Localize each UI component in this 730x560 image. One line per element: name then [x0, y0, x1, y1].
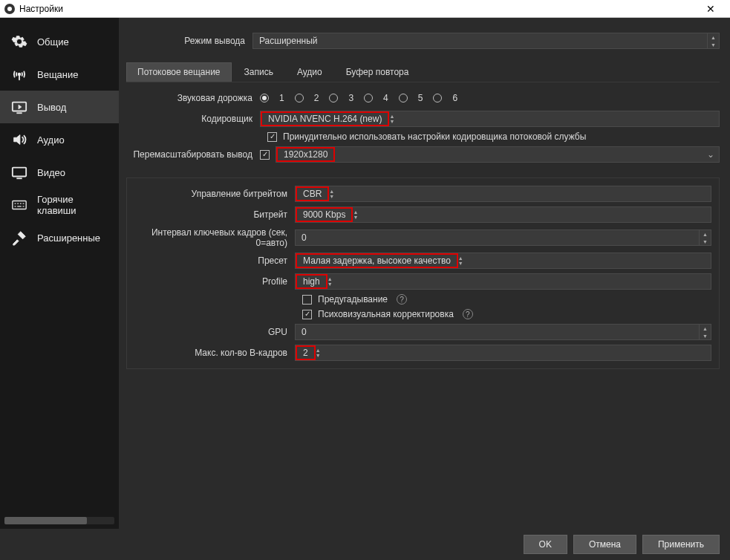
audio-icon	[10, 131, 28, 149]
tools-icon	[10, 229, 28, 247]
bframes-label: Макс. кол-во B-кадров	[131, 348, 295, 358]
audio-track-group: 1 2 3 4 5 6	[260, 93, 720, 103]
bframes-input[interactable]: 2 ▲▼	[295, 345, 711, 361]
rescale-label: Перемасштабировать вывод	[126, 149, 260, 160]
psycho-label: Психовизуальная корректировка	[318, 309, 454, 319]
sidebar-item-label: Видео	[37, 167, 65, 178]
audio-track-2[interactable]	[295, 94, 304, 102]
app-icon	[4, 4, 15, 14]
sidebar-item-output[interactable]: Вывод	[0, 91, 119, 123]
encoder-settings-section: Управление битрейтом CBR ▲▼ Битрейт 9000…	[126, 178, 720, 369]
sidebar-item-advanced[interactable]: Расширенные	[0, 221, 119, 254]
preset-select[interactable]: Малая задержка, высокое качество ▲▼	[295, 253, 711, 269]
sidebar-item-stream[interactable]: Вещание	[0, 58, 119, 91]
preset-label: Пресет	[131, 255, 295, 266]
bitrate-label: Битрейт	[131, 209, 295, 220]
help-icon[interactable]: ?	[397, 294, 407, 305]
keyframe-label: Интервал ключевых кадров (сек, 0=авто)	[131, 227, 295, 248]
tab-audio[interactable]: Аудио	[286, 62, 333, 82]
broadcast-icon	[10, 65, 28, 83]
encoder-select[interactable]: NVIDIA NVENC H.264 (new) ▲▼	[260, 111, 720, 127]
dialog-button-bar: OK Отмена Применить	[0, 529, 730, 560]
rescale-select[interactable]: 1920x1280 ⌄	[276, 146, 720, 163]
gear-icon	[10, 33, 28, 51]
sidebar-item-label: Вещание	[37, 69, 79, 80]
updown-icon: ▲▼	[329, 189, 334, 199]
tab-recording[interactable]: Запись	[233, 62, 284, 82]
output-mode-select[interactable]: Расширенный ▲▼	[252, 33, 720, 49]
chevron-down-icon: ⌄	[707, 149, 714, 160]
sidebar: Общие Вещание Вывод Аудио Видео Горячие …	[0, 18, 119, 529]
updown-icon: ▲▼	[707, 33, 719, 48]
audio-track-3[interactable]	[329, 94, 338, 102]
main-panel: Режим вывода Расширенный ▲▼ Потоковое ве…	[119, 18, 730, 529]
updown-icon: ▲▼	[353, 209, 358, 220]
rate-control-label: Управление битрейтом	[131, 189, 295, 199]
lookahead-checkbox[interactable]	[302, 295, 312, 305]
tab-replay-buffer[interactable]: Буфер повтора	[335, 62, 420, 82]
ok-button[interactable]: OK	[524, 535, 567, 554]
sidebar-item-hotkeys[interactable]: Горячие клавиши	[0, 189, 119, 221]
updown-icon: ▲▼	[699, 325, 711, 339]
profile-select[interactable]: high ▲▼	[295, 273, 711, 290]
sidebar-item-video[interactable]: Видео	[0, 156, 119, 189]
output-icon	[10, 98, 28, 116]
titlebar: Настройки ✕	[0, 0, 730, 18]
rescale-checkbox[interactable]	[260, 150, 270, 160]
encoder-label: Кодировщик	[126, 114, 260, 124]
sidebar-item-label: Горячие клавиши	[37, 194, 108, 216]
audio-track-1[interactable]	[260, 94, 269, 102]
help-icon[interactable]: ?	[463, 309, 473, 319]
rate-control-select[interactable]: CBR ▲▼	[295, 186, 711, 202]
window-title: Настройки	[19, 4, 696, 14]
close-button[interactable]: ✕	[696, 0, 726, 18]
sidebar-item-label: Аудио	[37, 134, 65, 146]
audio-track-6[interactable]	[433, 94, 442, 102]
audio-track-4[interactable]	[364, 94, 373, 102]
keyboard-icon	[10, 196, 28, 214]
sidebar-item-label: Общие	[37, 36, 69, 48]
lookahead-label: Предугадывание	[318, 294, 388, 305]
output-tabs: Потоковое вещание Запись Аудио Буфер пов…	[126, 62, 720, 82]
enforce-checkbox[interactable]	[267, 132, 277, 142]
updown-icon: ▲▼	[699, 230, 711, 245]
sidebar-item-label: Расширенные	[37, 232, 100, 244]
psycho-checkbox[interactable]	[302, 310, 312, 319]
svg-rect-2	[13, 168, 26, 177]
updown-icon: ▲▼	[316, 348, 321, 358]
sidebar-item-general[interactable]: Общие	[0, 25, 119, 58]
gpu-label: GPU	[131, 327, 295, 337]
enforce-label: Принудительно использовать настройки код…	[283, 131, 586, 142]
audio-track-label: Звуковая дорожка	[126, 93, 260, 103]
sidebar-item-label: Вывод	[37, 102, 66, 113]
audio-track-5[interactable]	[399, 94, 408, 102]
svg-rect-3	[13, 201, 26, 209]
tab-streaming[interactable]: Потоковое вещание	[126, 62, 232, 82]
output-mode-label: Режим вывода	[126, 36, 252, 46]
video-icon	[10, 163, 28, 181]
apply-button[interactable]: Применить	[642, 535, 720, 554]
updown-icon: ▲▼	[458, 255, 463, 266]
updown-icon: ▲▼	[389, 114, 394, 124]
updown-icon: ▲▼	[327, 276, 333, 287]
sidebar-scrollbar[interactable]	[4, 517, 114, 524]
gpu-input[interactable]: 0 ▲▼	[295, 324, 711, 340]
sidebar-item-audio[interactable]: Аудио	[0, 123, 119, 156]
profile-label: Profile	[131, 276, 295, 287]
cancel-button[interactable]: Отмена	[573, 535, 636, 554]
keyframe-input[interactable]: 0 ▲▼	[295, 229, 711, 246]
bitrate-input[interactable]: 9000 Kbps ▲▼	[295, 206, 711, 223]
